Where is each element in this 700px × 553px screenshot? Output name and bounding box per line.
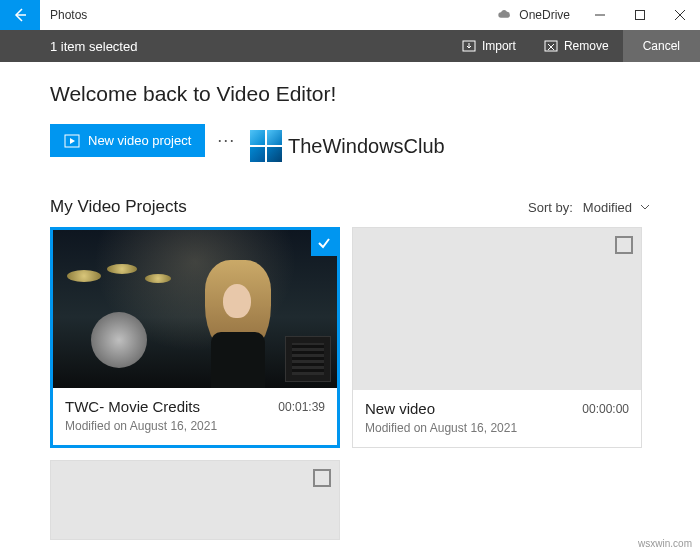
checkmark-icon (316, 235, 332, 251)
svg-rect-0 (636, 11, 645, 20)
project-info: New video 00:00:00 Modified on August 16… (353, 390, 641, 447)
welcome-heading: Welcome back to Video Editor! (50, 82, 650, 106)
back-arrow-icon (12, 7, 28, 23)
project-info: TWC- Movie Credits 00:01:39 Modified on … (53, 388, 337, 445)
footer-site: wsxwin.com (638, 538, 692, 549)
selection-count: 1 item selected (50, 39, 448, 54)
cancel-button[interactable]: Cancel (623, 30, 700, 62)
selected-checkmark[interactable] (311, 230, 337, 256)
minimize-button[interactable] (580, 0, 620, 30)
remove-label: Remove (564, 39, 609, 53)
onedrive-label: OneDrive (519, 8, 570, 22)
project-thumbnail (51, 461, 339, 539)
projects-grid: TWC- Movie Credits 00:01:39 Modified on … (50, 227, 650, 540)
more-options-button[interactable]: ··· (217, 130, 235, 151)
remove-button[interactable]: Remove (530, 30, 623, 62)
import-button[interactable]: Import (448, 30, 530, 62)
window-controls (580, 0, 700, 30)
app-title: Photos (50, 8, 497, 22)
section-header: My Video Projects Sort by: Modified (50, 197, 650, 217)
chevron-down-icon (640, 204, 650, 210)
import-label: Import (482, 39, 516, 53)
select-checkbox[interactable] (615, 236, 633, 254)
project-title: TWC- Movie Credits (65, 398, 278, 415)
project-title: New video (365, 400, 582, 417)
project-modified: Modified on August 16, 2021 (65, 419, 325, 433)
sort-by-value: Modified (583, 200, 650, 215)
project-thumbnail (53, 230, 337, 388)
onedrive-status[interactable]: OneDrive (497, 8, 570, 22)
maximize-button[interactable] (620, 0, 660, 30)
project-duration: 00:01:39 (278, 400, 325, 414)
new-project-icon (64, 134, 80, 148)
watermark-text: TheWindowsClub (288, 135, 445, 158)
minimize-icon (595, 10, 605, 20)
new-video-project-button[interactable]: New video project (50, 124, 205, 157)
close-button[interactable] (660, 0, 700, 30)
project-duration: 00:00:00 (582, 402, 629, 416)
watermark-logo-icon (250, 130, 282, 162)
maximize-icon (635, 10, 645, 20)
select-checkbox[interactable] (313, 469, 331, 487)
sort-by-label: Sort by: (528, 200, 573, 215)
project-card[interactable]: New video 00:00:00 Modified on August 16… (352, 227, 642, 448)
project-thumbnail (353, 228, 641, 390)
section-title: My Video Projects (50, 197, 528, 217)
thumbnail-image (53, 230, 337, 388)
project-card[interactable] (50, 460, 340, 540)
import-icon (462, 39, 476, 53)
back-button[interactable] (0, 0, 40, 30)
title-bar: Photos OneDrive (0, 0, 700, 30)
cloud-icon (497, 9, 513, 21)
project-modified: Modified on August 16, 2021 (365, 421, 629, 435)
cancel-label: Cancel (643, 39, 680, 53)
svg-rect-2 (545, 41, 557, 51)
close-icon (675, 10, 685, 20)
project-card[interactable]: TWC- Movie Credits 00:01:39 Modified on … (50, 227, 340, 448)
new-project-label: New video project (88, 133, 191, 148)
sort-value-text: Modified (583, 200, 632, 215)
selection-toolbar: 1 item selected Import Remove Cancel (0, 30, 700, 62)
remove-icon (544, 39, 558, 53)
sort-by-control[interactable]: Sort by: Modified (528, 200, 650, 215)
watermark: TheWindowsClub (250, 130, 445, 162)
